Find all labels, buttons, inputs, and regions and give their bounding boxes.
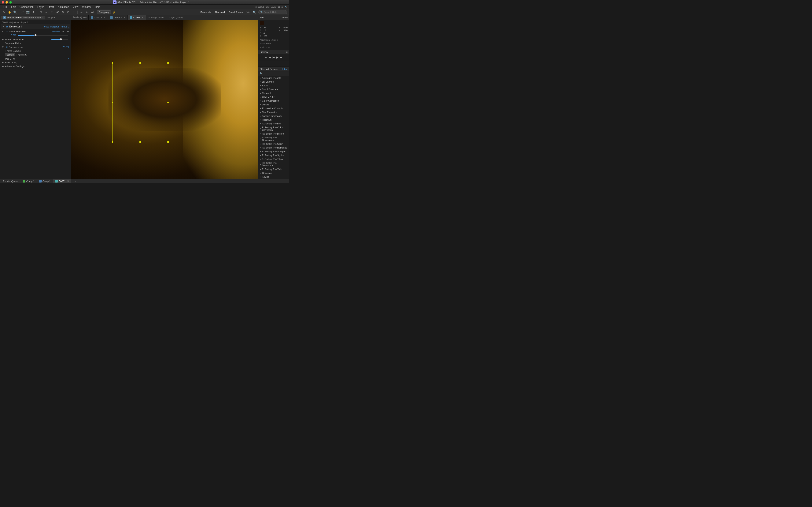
menu-file[interactable]: File bbox=[2, 5, 9, 9]
snap-options[interactable]: ⚡ bbox=[112, 10, 116, 14]
tab-tl-options[interactable]: ≡ bbox=[72, 180, 78, 183]
workspace-search[interactable]: 🔍 bbox=[252, 10, 257, 14]
maximize-button[interactable] bbox=[9, 1, 12, 4]
puppet-tool[interactable]: ⋮ bbox=[71, 10, 76, 14]
step-back[interactable]: ◀ bbox=[269, 56, 271, 59]
handle-mid-left[interactable] bbox=[112, 102, 113, 103]
align-right[interactable]: ⧥ bbox=[90, 10, 95, 14]
effect-enable-toggle[interactable]: fx bbox=[5, 25, 8, 28]
cat-expression-controls[interactable]: ▶ Expression Controls bbox=[258, 107, 289, 110]
cat-animation-presets[interactable]: ▶ Animation Presets bbox=[258, 76, 289, 80]
cat-3d-channel[interactable]: ▶ 3D Channel bbox=[258, 80, 289, 83]
motion-est-slider[interactable] bbox=[51, 39, 68, 40]
about-button[interactable]: About... bbox=[61, 25, 69, 28]
advanced-settings-expand[interactable]: ▶ bbox=[2, 65, 4, 67]
handle-bot-center[interactable] bbox=[139, 141, 141, 143]
handle-top-left[interactable] bbox=[112, 62, 113, 64]
footage-viewer[interactable] bbox=[71, 20, 258, 179]
tab-render-queue[interactable]: Render Queue bbox=[71, 15, 89, 20]
register-button[interactable]: Register bbox=[50, 25, 59, 28]
cat-fxfactory-stylize[interactable]: ▶ FxFactory Pro Stylize bbox=[258, 153, 289, 157]
motion-est-thumb[interactable] bbox=[60, 38, 62, 40]
cat-audio[interactable]: ▶ Audio bbox=[258, 83, 289, 88]
menu-composition[interactable]: Composition bbox=[18, 5, 35, 9]
mask-tool[interactable]: □ bbox=[39, 10, 43, 14]
noise-reduction-value[interactable]: 100.0% bbox=[51, 30, 60, 33]
rotation-tool[interactable]: ↺ bbox=[20, 10, 25, 14]
cat-color-correction[interactable]: ▶ Color Correction bbox=[258, 99, 289, 103]
play-pause[interactable]: ▶ bbox=[272, 56, 275, 59]
comp2-close[interactable]: ✕ bbox=[123, 16, 125, 19]
workspace-essentials[interactable]: Essentials bbox=[199, 11, 212, 14]
cat-fxfactory-distort[interactable]: ▶ FxFactory Pro Distort bbox=[258, 132, 289, 135]
cat-generate[interactable]: ▶ Generate bbox=[258, 171, 289, 175]
cat-cinema4d[interactable]: ▶ CINEMA 4D bbox=[258, 95, 289, 99]
tab-comp2-tl[interactable]: Comp 2 bbox=[37, 180, 53, 183]
search-icon[interactable]: 🔍 bbox=[285, 6, 287, 8]
menu-animation[interactable]: Animation bbox=[56, 5, 70, 9]
cat-channel[interactable]: ▶ Channel bbox=[258, 91, 289, 95]
preview-options[interactable]: ≡ bbox=[286, 51, 288, 53]
snapping-button[interactable]: Snapping bbox=[97, 10, 111, 14]
close-button[interactable] bbox=[2, 1, 4, 4]
workspace-small[interactable]: Small Screen bbox=[228, 11, 244, 14]
noise-reduction-expand[interactable]: ▶ bbox=[2, 30, 4, 33]
camera-tool[interactable]: 📷 bbox=[26, 10, 30, 14]
align-left[interactable]: ⫷ bbox=[79, 10, 84, 14]
pan-tool[interactable]: ✥ bbox=[31, 10, 36, 14]
handle-top-center[interactable] bbox=[139, 62, 141, 64]
workspace-standard[interactable]: Standard bbox=[214, 10, 226, 14]
sample-button[interactable]: Sample bbox=[5, 53, 15, 56]
handle-top-right[interactable] bbox=[167, 62, 169, 64]
cat-frischluft[interactable]: ▶ Frischluft bbox=[258, 118, 289, 122]
help-search[interactable]: 🔍 bbox=[258, 10, 287, 14]
tab-c0001[interactable]: C0001 ✕ bbox=[128, 15, 146, 20]
cat-fxfactory-video[interactable]: ▶ FxFactory Pro Video bbox=[258, 167, 289, 171]
tab-render-queue-tl[interactable]: Render Queue bbox=[1, 180, 20, 183]
tab-project[interactable]: Project bbox=[45, 16, 57, 19]
noise-reduction-enable[interactable]: ☑ bbox=[5, 30, 8, 33]
align-center[interactable]: ⫸ bbox=[84, 10, 89, 14]
cat-distort[interactable]: ▶ Distort bbox=[258, 103, 289, 107]
cat-keying[interactable]: ▶ Keying bbox=[258, 175, 289, 179]
reset-button[interactable]: Reset bbox=[43, 25, 49, 28]
c0001-tl-close[interactable]: ✕ bbox=[67, 180, 69, 182]
handle-bot-right[interactable] bbox=[167, 141, 169, 143]
menu-window[interactable]: Window bbox=[80, 5, 93, 9]
tab-layer[interactable]: Layer (none) bbox=[167, 16, 185, 19]
cat-fxfactory-tiling[interactable]: ▶ FxFactory Pro Tiling bbox=[258, 157, 289, 161]
use-gpu-checkbox[interactable]: ✓ bbox=[67, 57, 69, 60]
libra-button[interactable]: Libra bbox=[283, 68, 288, 70]
tab-comp2[interactable]: Comp 2 ✕ bbox=[108, 15, 128, 20]
minimize-button[interactable] bbox=[5, 1, 8, 4]
noise-reduction-thumb[interactable] bbox=[35, 34, 37, 36]
fine-tuning-expand[interactable]: ▶ bbox=[2, 61, 4, 64]
effect-expand[interactable]: ▶ bbox=[2, 25, 4, 28]
cat-fxfactory-color[interactable]: ▶ FxFactory Pro Color Correction bbox=[258, 125, 289, 132]
cat-fxfactory-glow[interactable]: ▶ FxFactory Pro Glow bbox=[258, 142, 289, 146]
step-forward[interactable]: ▶ bbox=[276, 56, 278, 59]
help-search-input[interactable] bbox=[264, 11, 285, 13]
cat-film-emulation[interactable]: ▶ Film Emulation bbox=[258, 110, 289, 114]
select-tool[interactable]: ↖ bbox=[2, 10, 6, 14]
skip-to-end[interactable]: ⏭ bbox=[280, 56, 283, 59]
app-name-menu[interactable]: After Effects CC bbox=[117, 1, 136, 4]
handle-mid-right[interactable] bbox=[167, 102, 169, 103]
skip-to-start[interactable]: ⏮ bbox=[265, 56, 268, 59]
pen-tool[interactable]: ✒ bbox=[44, 10, 49, 14]
cat-blur-sharpen[interactable]: ▶ Blur & Sharpen bbox=[258, 88, 289, 91]
cat-fxfactory-halftones[interactable]: ▶ FxFactory Pro Halftones bbox=[258, 146, 289, 150]
menu-edit[interactable]: Edit bbox=[9, 5, 17, 9]
cat-fxfactory-transitions[interactable]: ▶ FxFactory Pro Transitions bbox=[258, 161, 289, 167]
text-tool[interactable]: T bbox=[49, 10, 54, 14]
menu-effect[interactable]: Effect bbox=[46, 5, 56, 9]
clone-tool[interactable]: ⊕ bbox=[60, 10, 65, 14]
cat-fxfactory-blur[interactable]: ▶ FxFactory Pro Blur bbox=[258, 122, 289, 125]
effects-search-input[interactable] bbox=[263, 72, 288, 75]
tab-footage[interactable]: Footage (none) bbox=[146, 16, 167, 19]
eraser-tool[interactable]: ◻ bbox=[66, 10, 70, 14]
mask-selection-box[interactable] bbox=[112, 63, 168, 142]
handle-bot-left[interactable] bbox=[112, 141, 113, 143]
enhancement-enable[interactable]: ☑ bbox=[5, 46, 8, 49]
menu-layer[interactable]: Layer bbox=[36, 5, 45, 9]
